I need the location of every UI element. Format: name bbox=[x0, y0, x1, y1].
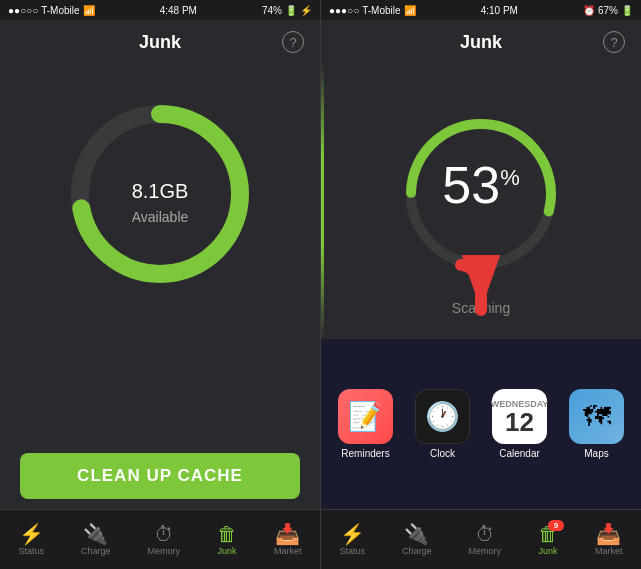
battery-icon-right: 🔋 bbox=[621, 5, 633, 16]
left-panel: ●●○○○ T-Mobile 📶 4:48 PM 74% 🔋 ⚡ Junk ? … bbox=[0, 0, 320, 569]
nav-item-memory-left[interactable]: ⏱ Memory bbox=[148, 524, 181, 556]
battery-area-right: ⏰ 67% 🔋 bbox=[583, 5, 633, 16]
nav-label-status-left: Status bbox=[18, 546, 44, 556]
nav-item-memory-right[interactable]: ⏱ Memory bbox=[469, 524, 502, 556]
nav-label-market-right: Market bbox=[595, 546, 623, 556]
arrow-indicator bbox=[441, 255, 521, 339]
maps-label: Maps bbox=[584, 448, 608, 459]
page-title-left: Junk bbox=[139, 32, 181, 53]
nav-label-memory-right: Memory bbox=[469, 546, 502, 556]
nav-label-charge-right: Charge bbox=[402, 546, 432, 556]
cleanup-cache-button[interactable]: CLEAN UP CACHE bbox=[20, 453, 300, 499]
memory-icon-left: ⏱ bbox=[154, 524, 174, 544]
market-icon-left: 📥 bbox=[275, 524, 300, 544]
nav-item-junk-right[interactable]: 🗑 9 Junk bbox=[538, 524, 558, 556]
reminders-label: Reminders bbox=[341, 448, 389, 459]
donut-value-left: 8.1GB bbox=[132, 163, 189, 205]
status-right-carrier: ●●●○○ T-Mobile 📶 bbox=[329, 5, 416, 16]
bottom-nav-left: ⚡ Status 🔌 Charge ⏱ Memory 🗑 Junk 📥 Mark… bbox=[0, 509, 320, 569]
status-icon-right: ⚡ bbox=[340, 524, 365, 544]
charge-icon-left: 🔌 bbox=[83, 524, 108, 544]
bottom-nav-right: ⚡ Status 🔌 Charge ⏱ Memory 🗑 9 Junk 📥 Ma… bbox=[321, 509, 641, 569]
time-left: 4:48 PM bbox=[160, 5, 197, 16]
donut-label-left: Available bbox=[132, 209, 189, 225]
clock-label: Clock bbox=[430, 448, 455, 459]
time-right: 4:10 PM bbox=[481, 5, 518, 16]
nav-item-status-left[interactable]: ⚡ Status bbox=[18, 524, 44, 556]
market-icon-right: 📥 bbox=[596, 524, 621, 544]
battery-right-pct: 67% bbox=[598, 5, 618, 16]
alarm-icon: ⏰ bbox=[583, 5, 595, 16]
nav-item-market-right[interactable]: 📥 Market bbox=[595, 524, 623, 556]
battery-icon-left: 🔋 bbox=[285, 5, 297, 16]
battery-left-pct: 74% bbox=[262, 5, 282, 16]
status-left-carrier: ●●○○○ T-Mobile 📶 bbox=[8, 5, 95, 16]
calendar-label: Calendar bbox=[499, 448, 540, 459]
header-right: Junk ? bbox=[321, 20, 641, 64]
charge-icon-right: 🔌 bbox=[404, 524, 429, 544]
app-clock[interactable]: 🕐 Clock bbox=[415, 389, 470, 459]
maps-icon: 🗺 bbox=[569, 389, 624, 444]
arrow-svg bbox=[441, 255, 521, 335]
donut-center-right: 53% bbox=[442, 159, 519, 211]
status-bar-right: ●●●○○ T-Mobile 📶 4:10 PM ⏰ 67% 🔋 bbox=[321, 0, 641, 20]
signal-dots: ●●○○○ bbox=[8, 5, 38, 16]
app-maps[interactable]: 🗺 Maps bbox=[569, 389, 624, 459]
donut-unit-right: % bbox=[500, 165, 520, 190]
green-divider bbox=[321, 64, 324, 339]
wifi-icon-right: 📶 bbox=[404, 5, 416, 16]
donut-chart-left: 8.1GB Available bbox=[60, 94, 260, 294]
wifi-icon: 📶 bbox=[83, 5, 95, 16]
signal-dots-right: ●●●○○ bbox=[329, 5, 359, 16]
reminders-icon: 📝 bbox=[338, 389, 393, 444]
nav-label-market-left: Market bbox=[274, 546, 302, 556]
memory-icon-right: ⏱ bbox=[475, 524, 495, 544]
help-button-left[interactable]: ? bbox=[282, 31, 304, 53]
header-left: Junk ? bbox=[0, 20, 320, 64]
junk-icon-left: 🗑 bbox=[217, 524, 237, 544]
status-bar-left: ●●○○○ T-Mobile 📶 4:48 PM 74% 🔋 ⚡ bbox=[0, 0, 320, 20]
battery-area-left: 74% 🔋 ⚡ bbox=[262, 5, 312, 16]
clock-icon: 🕐 bbox=[415, 389, 470, 444]
nav-item-status-right[interactable]: ⚡ Status bbox=[339, 524, 365, 556]
nav-label-junk-left: Junk bbox=[217, 546, 236, 556]
nav-label-memory-left: Memory bbox=[148, 546, 181, 556]
app-switcher: 📝 Reminders 🕐 Clock Wednesday 12 Calenda… bbox=[321, 339, 641, 569]
donut-value-right: 53% bbox=[442, 159, 519, 211]
app-calendar[interactable]: Wednesday 12 Calendar bbox=[492, 389, 547, 459]
nav-item-charge-left[interactable]: 🔌 Charge bbox=[81, 524, 111, 556]
calendar-icon: Wednesday 12 bbox=[492, 389, 547, 444]
nav-item-charge-right[interactable]: 🔌 Charge bbox=[402, 524, 432, 556]
nav-item-market-left[interactable]: 📥 Market bbox=[274, 524, 302, 556]
junk-badge-right: 9 bbox=[548, 520, 564, 531]
nav-item-junk-left[interactable]: 🗑 Junk bbox=[217, 524, 237, 556]
carrier-right: T-Mobile bbox=[362, 5, 400, 16]
app-reminders[interactable]: 📝 Reminders bbox=[338, 389, 393, 459]
lightning-left: ⚡ bbox=[300, 5, 312, 16]
donut-unit-left: GB bbox=[159, 180, 188, 202]
nav-label-charge-left: Charge bbox=[81, 546, 111, 556]
app-switcher-screen: 📝 Reminders 🕐 Clock Wednesday 12 Calenda… bbox=[321, 339, 641, 509]
carrier-left: T-Mobile bbox=[41, 5, 79, 16]
help-button-right[interactable]: ? bbox=[603, 31, 625, 53]
status-icon-left: ⚡ bbox=[19, 524, 44, 544]
nav-label-status-right: Status bbox=[339, 546, 365, 556]
page-title-right: Junk bbox=[460, 32, 502, 53]
donut-center-left: 8.1GB Available bbox=[132, 163, 189, 225]
nav-label-junk-right: Junk bbox=[538, 546, 557, 556]
right-panel: ●●●○○ T-Mobile 📶 4:10 PM ⏰ 67% 🔋 Junk ? … bbox=[320, 0, 641, 569]
